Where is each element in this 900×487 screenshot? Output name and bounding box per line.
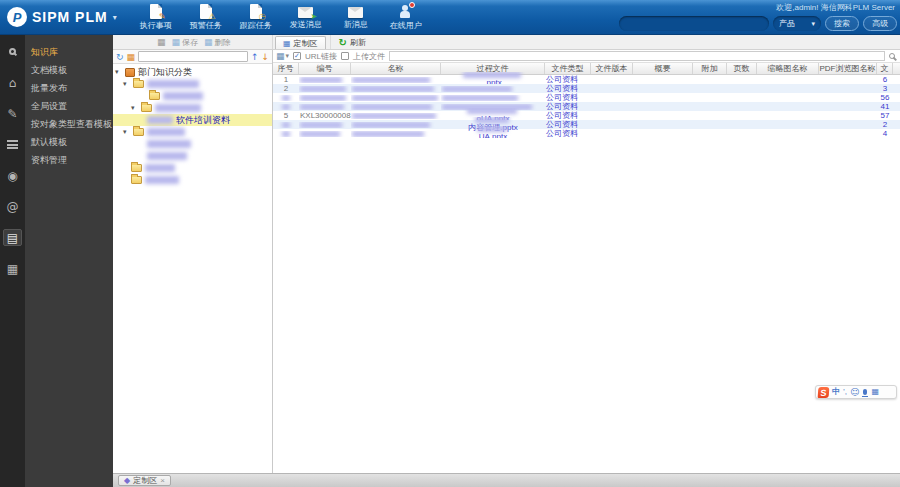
redacted-cell (300, 95, 346, 101)
empty-area (273, 138, 900, 473)
doc-clock-icon: ◷ (250, 4, 262, 19)
doc-warning-icon: ⚠ (200, 4, 212, 19)
table-row[interactable]: 内容管理.pptx 公司资料 2 (273, 120, 900, 129)
sogou-logo-icon[interactable]: S (818, 387, 830, 398)
col-file-type[interactable]: 文件类型 (545, 63, 591, 74)
tool-online-users[interactable]: 在线用户 (389, 4, 423, 31)
sidebar-menu: 知识库 文档模板 批量发布 全局设置 按对象类型查看模板 默认模板 资料管理 (25, 35, 113, 487)
home-icon[interactable]: ⌂ (3, 74, 22, 91)
globe-icon[interactable]: ◉ (3, 167, 22, 184)
col-clipped[interactable]: 文 (877, 63, 893, 74)
col-pdf-preview-name[interactable]: PDF浏览图名称 (819, 63, 877, 74)
sidebar-item-template-by-type[interactable]: 按对象类型查看模板 (25, 115, 113, 133)
redacted-cell (475, 117, 509, 123)
edit-icon[interactable]: ✎ (3, 105, 22, 122)
col-file-version[interactable]: 文件版本 (591, 63, 633, 74)
refresh-button[interactable]: ↻ 刷新 (330, 35, 374, 49)
table-row[interactable]: 5 KXL30000008 oUA.pptx 公司资料 57 (273, 111, 900, 120)
knowledge-book-icon[interactable]: ▤ (3, 229, 22, 246)
table-row[interactable]: 公司资料 41 (273, 102, 900, 111)
tab-custom-area[interactable]: ▦ 定制区 (275, 36, 326, 49)
tree-row[interactable]: ▾ (113, 102, 272, 114)
logo-caret-icon[interactable]: ▾ (113, 13, 117, 22)
upload-checkbox-label[interactable]: 上传文件 (353, 51, 385, 62)
url-checkbox-label[interactable]: URL链接 (305, 51, 337, 62)
sidebar-item-doc-template[interactable]: 文档模板 (25, 61, 113, 79)
redacted-label (147, 128, 185, 136)
app-logo[interactable]: P SIPM PLM ▾ (0, 0, 127, 34)
sidebar-item-default-template[interactable]: 默认模板 (25, 133, 113, 151)
tool-send-message[interactable]: ➤ 发送消息 (289, 4, 323, 30)
database-icon[interactable] (3, 136, 22, 153)
column-picker[interactable]: ▦ ▾ (276, 51, 289, 61)
tree-row[interactable]: ▾ (113, 126, 272, 138)
tree-row[interactable]: ▾ (113, 78, 272, 90)
find-next-icon[interactable]: ↓ (261, 52, 269, 62)
col-pages[interactable]: 页数 (727, 63, 757, 74)
tree-row-selected[interactable]: 软件培训资料 (113, 114, 272, 126)
col-summary[interactable]: 概要 (633, 63, 693, 74)
microphone-icon[interactable] (863, 389, 867, 395)
sidebar-item-global-settings[interactable]: 全局设置 (25, 97, 113, 115)
expand-icon[interactable]: ▾ (131, 104, 138, 112)
global-search-input[interactable] (619, 16, 769, 31)
col-code[interactable]: 编号 (299, 63, 351, 74)
redacted-label (145, 164, 175, 172)
table-row[interactable]: 公司资料 56 (273, 93, 900, 102)
tool-execute-tasks[interactable]: ✎ 执行事项 (139, 4, 173, 31)
tool-new-message[interactable]: 新消息 (339, 4, 373, 30)
tree-row[interactable] (113, 174, 272, 186)
expand-icon[interactable]: ▾ (123, 80, 130, 88)
tree-search-bar: ↻ ▦ ↑ ↓ (113, 50, 272, 64)
tree-row[interactable] (113, 150, 272, 162)
redacted-cell (300, 131, 340, 137)
tree-row[interactable] (113, 162, 272, 174)
table-filter-input[interactable] (389, 51, 885, 61)
save-button[interactable]: ▦ 保存 (172, 37, 199, 48)
col-thumbnail-name[interactable]: 缩略图名称 (757, 63, 819, 74)
close-icon[interactable]: × (160, 476, 165, 485)
statusbar-tab-custom-area[interactable]: ◆ 定制区 × (118, 475, 171, 486)
expand-icon[interactable]: ▾ (115, 68, 122, 76)
search-button[interactable]: 搜索 (825, 16, 859, 31)
at-icon[interactable]: @ (3, 198, 22, 215)
expand-icon[interactable]: ▾ (123, 128, 130, 136)
diamond-icon: ◆ (124, 476, 130, 485)
col-name[interactable]: 名称 (351, 63, 441, 74)
sidebar-item-knowledge-base[interactable]: 知识库 (25, 43, 113, 61)
tree-refresh-icon[interactable]: ↻ (116, 52, 124, 62)
table-row[interactable]: 1 .pptx 公司资料 6 (273, 75, 900, 84)
advanced-search-button[interactable]: 高级 (863, 16, 897, 31)
tree-row[interactable]: ▾ (113, 90, 272, 102)
tool-warning-tasks[interactable]: ⚠ 预警任务 (189, 4, 223, 31)
tree-root-row[interactable]: ▾ 部门知识分类 (113, 66, 272, 78)
keyboard-icon[interactable]: ▦ (871, 386, 879, 398)
table-row[interactable]: UA.pptx 公司资料 4 (273, 129, 900, 138)
card-icon[interactable]: ▦ (3, 260, 22, 277)
redacted-cell (300, 86, 346, 92)
emoji-icon[interactable]: ☺ (850, 387, 859, 397)
col-attach[interactable]: 附加 (693, 63, 727, 74)
table-search-icon[interactable] (889, 53, 895, 59)
sidebar-item-material-manage[interactable]: 资料管理 (25, 151, 113, 169)
top-toolbar: ✎ 执行事项 ⚠ 预警任务 ◷ 跟踪任务 ➤ 发送消息 新消息 在线用户 (139, 0, 423, 34)
ime-language-toggle[interactable]: 中 (832, 386, 840, 398)
tree-row[interactable] (113, 138, 272, 150)
upload-checkbox[interactable] (341, 52, 349, 60)
col-seq[interactable]: 序号 (273, 63, 299, 74)
tree-locate-icon[interactable]: ▦ (127, 52, 136, 62)
tree-search-input[interactable] (138, 51, 248, 62)
table-row[interactable]: 2 公司资料 3 (273, 84, 900, 93)
tool-track-tasks[interactable]: ◷ 跟踪任务 (239, 4, 273, 31)
ime-punctuation-toggle[interactable]: ’, (843, 386, 847, 398)
delete-button[interactable]: ▦ 删除 (204, 37, 231, 48)
redacted-cell (352, 77, 430, 83)
url-checkbox[interactable]: ✓ (293, 52, 301, 60)
search-icon[interactable] (3, 43, 22, 60)
search-scope-select[interactable]: 产品 ▾ (773, 16, 821, 31)
tree-toolbar: ▦ ▦ 保存 ▦ 删除 (113, 35, 273, 49)
tree-body: ▾ 部门知识分类 ▾ ▾ (113, 64, 272, 473)
sidebar-item-batch-publish[interactable]: 批量发布 (25, 79, 113, 97)
find-prev-icon[interactable]: ↑ (251, 52, 259, 62)
grid-icon[interactable]: ▦ (157, 37, 166, 47)
